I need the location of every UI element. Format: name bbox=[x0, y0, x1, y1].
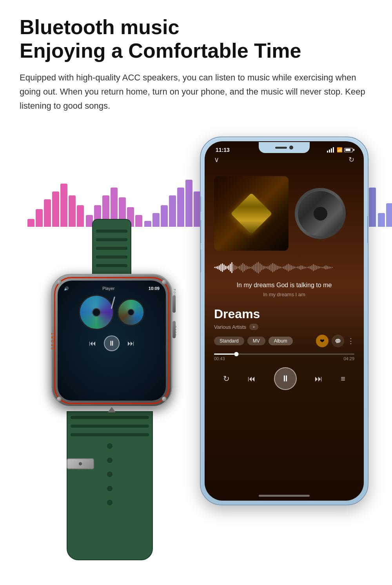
waveform-bar bbox=[228, 265, 229, 270]
waveform-bar bbox=[216, 266, 217, 268]
waveform-bar bbox=[291, 265, 292, 270]
waveform-bar bbox=[280, 266, 281, 268]
signal-bars bbox=[327, 147, 334, 153]
waveform-bar bbox=[263, 266, 264, 270]
phone-notch bbox=[259, 142, 310, 153]
waveform-bar bbox=[256, 262, 258, 273]
waveform-bar bbox=[314, 265, 316, 270]
watch-player-label: Player bbox=[102, 286, 114, 291]
waveform-bar bbox=[277, 266, 278, 270]
album-art-main bbox=[214, 176, 289, 251]
waveform-bar bbox=[238, 266, 239, 268]
waveform-bar bbox=[289, 264, 290, 271]
waveform-bar bbox=[302, 266, 303, 269]
album-art-secondary bbox=[295, 188, 346, 239]
waveform-bar bbox=[255, 264, 256, 272]
waveform bbox=[214, 261, 354, 274]
waveform-bar bbox=[267, 266, 269, 269]
playback-controls: ↻ ⏮ ⏸ ⏭ ≡ bbox=[205, 364, 364, 395]
phone-silent-btn[interactable] bbox=[200, 196, 201, 212]
next-btn[interactable]: ⏭ bbox=[315, 374, 323, 383]
main-title: Bluetooth music Enjoying a Comfortable T… bbox=[20, 16, 372, 63]
album-art-container bbox=[214, 166, 354, 261]
phone-vol-down-btn[interactable] bbox=[200, 249, 201, 273]
home-indicator bbox=[259, 495, 310, 497]
waveform-bar bbox=[299, 266, 300, 269]
watch-prev-icon[interactable]: ⏮ bbox=[89, 339, 96, 348]
watch-time: 10:09 bbox=[149, 286, 160, 291]
status-time: 11:13 bbox=[216, 147, 230, 153]
like-btn[interactable]: ❤ bbox=[316, 335, 328, 347]
progress-times: 00:43 04:29 bbox=[214, 356, 354, 361]
waveform-bar bbox=[261, 264, 262, 270]
follow-btn[interactable]: + bbox=[249, 324, 258, 330]
waveform-bar bbox=[260, 263, 261, 272]
waveform-bar bbox=[321, 267, 322, 268]
title-line1: Bluetooth music bbox=[20, 16, 179, 38]
watch-pause-btn[interactable]: ⏸ bbox=[104, 335, 120, 351]
phone-vol-up-btn[interactable] bbox=[200, 220, 201, 243]
refresh-btn[interactable]: ↻ bbox=[348, 155, 354, 164]
waveform-bar bbox=[245, 265, 247, 270]
waveform-bar bbox=[316, 266, 317, 270]
phone-screen: 11:13 📶 bbox=[205, 141, 364, 501]
status-icons: 📶 bbox=[327, 147, 353, 153]
playlist-btn[interactable]: ≡ bbox=[341, 374, 345, 383]
comment-btn[interactable]: 💬 bbox=[332, 335, 344, 347]
description-text: Equipped with high-quality ACC speakers,… bbox=[20, 71, 372, 113]
waveform-bar bbox=[234, 265, 236, 270]
waveform-bar bbox=[281, 267, 283, 268]
watch-next-icon[interactable]: ⏭ bbox=[127, 339, 134, 348]
song-artist-row: Various Artists + bbox=[214, 324, 354, 330]
song-info: Dreams Various Artists + Standard MV Alb… bbox=[205, 301, 364, 354]
waveform-bar bbox=[258, 262, 259, 273]
header-section: Bluetooth music Enjoying a Comfortable T… bbox=[20, 16, 372, 113]
progress-container: 00:43 04:29 bbox=[205, 354, 364, 364]
song-actions: Standard MV Album ❤ 💬 ⋮ bbox=[214, 335, 354, 347]
wifi-icon: 📶 bbox=[337, 147, 343, 153]
front-camera bbox=[289, 146, 293, 149]
waveform-bar bbox=[283, 266, 284, 269]
back-button[interactable] bbox=[172, 321, 176, 338]
waveform-bar bbox=[275, 264, 276, 270]
prev-btn[interactable]: ⏮ bbox=[248, 374, 256, 383]
tab-standard[interactable]: Standard bbox=[214, 337, 244, 345]
waveform-bar bbox=[227, 266, 228, 269]
eq-bar bbox=[378, 213, 385, 227]
waveform-bar bbox=[219, 265, 220, 270]
watch-triangle-btn[interactable] bbox=[108, 407, 116, 412]
waveform-bar bbox=[250, 267, 251, 268]
waveform-bar bbox=[223, 264, 225, 270]
waveform-bar bbox=[270, 264, 272, 271]
waveform-bar bbox=[269, 265, 270, 270]
waveform-bar bbox=[288, 264, 289, 272]
smartphone: 11:13 📶 bbox=[200, 137, 372, 509]
time-current: 00:43 bbox=[214, 356, 225, 361]
waveform-bar bbox=[310, 266, 311, 269]
collapse-btn[interactable]: ∨ bbox=[214, 155, 219, 164]
pause-btn[interactable]: ⏸ bbox=[274, 367, 297, 390]
lyrics-container: In my dreams God is talking to me In my … bbox=[205, 277, 364, 301]
more-btn[interactable]: ⋮ bbox=[347, 337, 354, 345]
waveform-bar bbox=[274, 264, 275, 272]
power-button[interactable] bbox=[172, 295, 176, 313]
sport-label: SPORT bbox=[51, 332, 54, 350]
waveform-bar bbox=[318, 266, 319, 269]
tab-mv[interactable]: MV bbox=[247, 337, 265, 345]
tab-album[interactable]: Album bbox=[269, 337, 293, 345]
progress-bar[interactable] bbox=[214, 354, 354, 355]
volume-icon: 🔊 bbox=[64, 286, 69, 291]
waveform-bar bbox=[272, 263, 273, 272]
phone-body: 11:13 📶 bbox=[200, 137, 368, 505]
waveform-bar bbox=[332, 267, 333, 268]
battery-icon bbox=[344, 148, 353, 152]
repeat-btn[interactable]: ↻ bbox=[223, 374, 230, 383]
phone-power-btn[interactable] bbox=[367, 216, 368, 243]
waveform-bar bbox=[266, 266, 267, 268]
waveform-bar bbox=[217, 266, 218, 269]
waveform-bar bbox=[300, 265, 301, 270]
waveform-bar bbox=[311, 265, 312, 270]
song-artist: Various Artists bbox=[214, 324, 246, 330]
waveform-bar bbox=[319, 266, 320, 268]
smartwatch: 🔊 Player 10:09 bbox=[31, 207, 200, 501]
